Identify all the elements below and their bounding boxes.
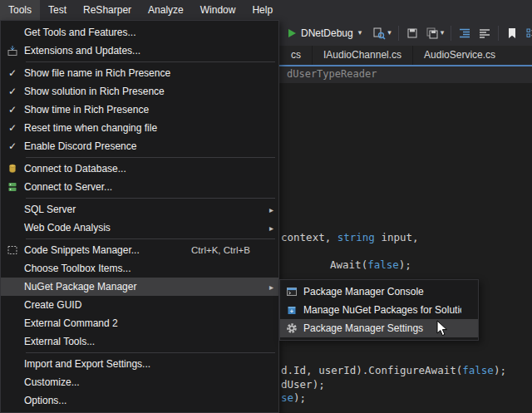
menu-item-label: Choose Toolbox Items... <box>24 263 262 274</box>
chevron-down-icon: ▾ <box>387 29 392 37</box>
menu-item-label: Web Code Analysis <box>24 222 262 234</box>
menu-item-label: Connect to Database... <box>24 163 262 175</box>
tools-menu: Get Tools and Features...Extensions and … <box>0 20 279 413</box>
server-icon <box>1 181 24 193</box>
menu-item-label: Show file name in Rich Presence <box>24 67 262 79</box>
menu-item-label: Create GUID <box>24 299 262 311</box>
submenu-arrow-icon: ▸ <box>262 283 273 292</box>
menu-item-label: Package Manager Console <box>303 286 461 297</box>
menubar-item-tools[interactable]: Tools <box>0 0 40 20</box>
manage-packages-icon <box>280 304 303 316</box>
menu-item-extensions-and-updates[interactable]: Extensions and Updates... <box>1 42 278 60</box>
save-all-icon <box>426 27 439 40</box>
toolbar-separator <box>398 26 399 41</box>
menu-item-import-and-export-settings[interactable]: Import and Export Settings... <box>1 355 278 373</box>
menubar-item-resharper[interactable]: ReSharper <box>75 0 140 20</box>
menu-separator <box>26 61 275 62</box>
comment-lines-icon <box>478 27 491 40</box>
menu-item-label: Manage NuGet Packages for Solution... <box>303 304 461 316</box>
menu-item-label: Import and Export Settings... <box>24 358 262 370</box>
code-line: se); <box>281 391 306 404</box>
menu-item-choose-toolbox-items[interactable]: Choose Toolbox Items... <box>1 259 278 278</box>
checkmark-icon: ✓ <box>1 67 24 79</box>
menu-item-label: Extensions and Updates... <box>24 45 262 57</box>
toolbar-content: DNetDebug ▾ ▾▾ <box>283 20 532 46</box>
menu-item-label: Reset time when changing file <box>24 122 262 134</box>
bookmark-button[interactable] <box>502 24 522 42</box>
code-line: dUser); <box>281 378 325 391</box>
tabs: csIAudioChannel.csAudioService.cs <box>280 46 506 65</box>
menu-item-enable-discord-presence[interactable]: ✓Enable Discord Presence <box>1 137 278 155</box>
extensions-icon <box>1 45 24 57</box>
menu-separator <box>26 157 275 158</box>
toolbar-separator <box>498 26 499 41</box>
menu-item-reset-time-when-changing-file[interactable]: ✓Reset time when changing file <box>1 119 278 137</box>
task-list-icon <box>525 27 532 40</box>
tab-audioservice-cs[interactable]: AudioService.cs <box>412 46 506 65</box>
menu-item-customize[interactable]: Customize... <box>1 373 278 391</box>
menu-item-label: Connect to Server... <box>24 181 262 193</box>
menu-separator <box>26 238 275 239</box>
toolbar-buttons: ▾▾ <box>369 24 532 42</box>
menu-item-get-tools-and-features[interactable]: Get Tools and Features... <box>1 23 278 42</box>
indent-lines-icon <box>458 27 471 40</box>
menu-item-label: Enable Discord Presence <box>24 140 262 152</box>
save-file-button[interactable] <box>402 24 422 42</box>
comment-lines-button[interactable] <box>475 24 495 42</box>
menu-item-external-tools[interactable]: External Tools... <box>1 332 278 351</box>
menubar-item-window[interactable]: Window <box>192 0 244 20</box>
menu-separator <box>26 198 275 199</box>
toolbar-separator <box>451 26 451 41</box>
mouse-cursor <box>436 320 448 337</box>
save-all-button[interactable]: ▾ <box>422 24 448 42</box>
submenu-arrow-icon: ▸ <box>262 205 273 214</box>
menu-item-connect-to-database[interactable]: Connect to Database... <box>1 160 278 178</box>
code-line: context, string input, <box>281 231 419 243</box>
save-file-icon <box>406 27 419 40</box>
code-line: Await(false); <box>330 258 411 271</box>
chevron-down-icon: ▾ <box>358 29 362 37</box>
task-list-button[interactable] <box>522 24 532 42</box>
menubar-item-analyze[interactable]: Analyze <box>140 0 192 20</box>
nuget-submenu: Package Manager ConsoleManage NuGet Pack… <box>279 279 479 341</box>
menu-item-nuget-package-manager[interactable]: NuGet Package Manager▸ <box>1 278 278 296</box>
menu-item-options[interactable]: Options... <box>1 391 278 410</box>
menu-item-external-command-2[interactable]: External Command 2 <box>1 314 278 332</box>
bookmark-icon <box>505 27 519 40</box>
database-icon <box>1 163 24 175</box>
menu-item-manage-nuget-packages-for-solution[interactable]: Manage NuGet Packages for Solution... <box>280 301 478 319</box>
menu-item-show-solution-in-rich-presence[interactable]: ✓Show solution in Rich Presence <box>1 82 278 101</box>
debug-target-label: DNetDebug <box>301 27 353 39</box>
checkmark-icon: ✓ <box>1 140 24 152</box>
gear-icon <box>280 322 303 334</box>
menu-item-package-manager-console[interactable]: Package Manager Console <box>280 283 478 301</box>
menubar-item-help[interactable]: Help <box>244 0 281 20</box>
menu-item-label: External Command 2 <box>24 317 262 329</box>
play-icon <box>288 29 296 37</box>
menu-item-label: Show solution in Rich Presence <box>24 86 262 97</box>
menu-item-label: Options... <box>24 395 262 406</box>
tab-iaudiochannel-cs[interactable]: IAudioChannel.cs <box>312 46 412 65</box>
menu-item-connect-to-server[interactable]: Connect to Server... <box>1 178 278 196</box>
indent-lines-button[interactable] <box>455 24 475 42</box>
menu-item-create-guid[interactable]: Create GUID <box>1 296 278 314</box>
menu-item-label: Show time in Rich Presence <box>24 104 262 116</box>
snippets-icon <box>1 244 24 256</box>
menu-item-code-snippets-manager[interactable]: Code Snippets Manager...Ctrl+K, Ctrl+B <box>1 241 278 259</box>
submenu-arrow-icon: ▸ <box>262 224 273 233</box>
menu-item-web-code-analysis[interactable]: Web Code Analysis▸ <box>1 219 278 237</box>
menu-item-label: Get Tools and Features... <box>24 27 262 38</box>
menu-item-show-time-in-rich-presence[interactable]: ✓Show time in Rich Presence <box>1 101 278 119</box>
menu-item-package-manager-settings[interactable]: Package Manager Settings <box>280 319 478 337</box>
vs-window: ToolsTestReSharperAnalyzeWindowHelp DNet… <box>0 0 532 413</box>
menu-item-label: NuGet Package Manager <box>24 281 262 293</box>
menu-item-show-file-name-in-rich-presence[interactable]: ✓Show file name in Rich Presence <box>1 64 278 82</box>
start-debugging-button[interactable]: DNetDebug ▾ <box>283 23 367 43</box>
menubar: ToolsTestReSharperAnalyzeWindowHelp <box>0 0 532 20</box>
menu-item-sql-server[interactable]: SQL Server▸ <box>1 200 278 219</box>
menubar-item-test[interactable]: Test <box>40 0 75 20</box>
code-line: d.Id, userId).ConfigureAwait(false); <box>281 364 506 376</box>
tab-cs[interactable]: cs <box>280 46 312 65</box>
menu-item-shortcut: Ctrl+K, Ctrl+B <box>191 245 262 255</box>
find-symbol-button[interactable]: ▾ <box>369 24 395 42</box>
